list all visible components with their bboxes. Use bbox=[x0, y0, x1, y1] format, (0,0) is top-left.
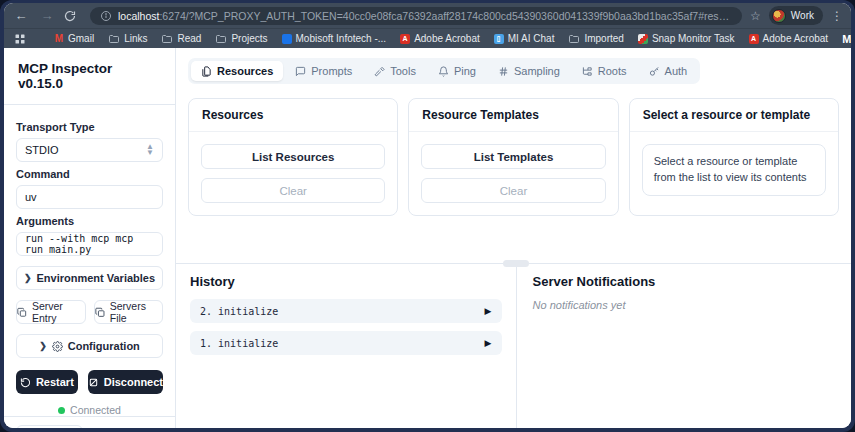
mobisoft-favicon bbox=[282, 34, 292, 44]
url-bar[interactable]: localhost:6274/?MCP_PROXY_AUTH_TOKEN=40c… bbox=[90, 7, 742, 25]
connected-dot-icon bbox=[58, 407, 65, 414]
snap-monitor-icon bbox=[638, 34, 648, 44]
history-item[interactable]: 1. initialize ▶ bbox=[190, 331, 502, 355]
folder-icon bbox=[568, 33, 580, 45]
expand-arrow-icon[interactable]: ▶ bbox=[485, 338, 492, 348]
restart-icon bbox=[20, 377, 31, 388]
back-icon[interactable]: ← bbox=[12, 9, 30, 22]
bookmarks-bar: MGmail Links Read Projects Mobisoft Info… bbox=[4, 28, 851, 48]
mi-ai-chat-icon: ▯ bbox=[494, 34, 504, 44]
bookmark-projects[interactable]: Projects bbox=[215, 33, 267, 45]
expand-arrow-icon[interactable]: ▶ bbox=[485, 306, 492, 316]
bell-icon bbox=[438, 66, 449, 77]
tab-strip: Resources Prompts Tools Ping bbox=[188, 58, 700, 84]
bookmark-acrobat-1[interactable]: AAdobe Acrobat bbox=[400, 33, 480, 44]
history-pane: History 2. initialize ▶ 1. initialize ▶ bbox=[176, 264, 516, 428]
folder-icon bbox=[161, 33, 173, 45]
folder-icon bbox=[215, 33, 227, 45]
profile-name: Work bbox=[791, 10, 814, 21]
main-content: Resources Prompts Tools Ping bbox=[176, 48, 851, 428]
servers-file-button[interactable]: Servers File bbox=[94, 300, 164, 324]
connection-status: Connected bbox=[16, 404, 163, 416]
url-host: localhost bbox=[118, 10, 159, 22]
connection-status-label: Connected bbox=[70, 404, 121, 416]
copy-icon bbox=[17, 307, 27, 318]
environment-variables-button[interactable]: ❯ Environment Variables bbox=[16, 266, 163, 290]
chevrons-up-down-icon: ▲▼ bbox=[146, 144, 154, 155]
pane-divider bbox=[516, 264, 517, 428]
message-square-icon bbox=[295, 66, 306, 77]
list-resources-button[interactable]: List Resources bbox=[201, 144, 385, 169]
server-entry-button[interactable]: Server Entry bbox=[16, 300, 86, 324]
sidebar: MCP Inspector v0.15.0 Transport Type STD… bbox=[4, 48, 176, 428]
avatar bbox=[772, 9, 786, 23]
resource-detail-empty-message: Select a resource or template from the l… bbox=[642, 144, 826, 196]
hammer-icon bbox=[374, 66, 385, 77]
resource-templates-panel: Resource Templates List Templates Clear bbox=[408, 98, 618, 216]
bookmark-links[interactable]: Links bbox=[108, 33, 147, 45]
bookmark-imported[interactable]: Imported bbox=[568, 33, 623, 45]
tab-resources[interactable]: Resources bbox=[191, 61, 283, 81]
resource-detail-panel-title: Select a resource or template bbox=[630, 99, 838, 132]
browser-menu-icon[interactable]: ⋮ bbox=[831, 9, 843, 23]
command-input[interactable]: uv bbox=[16, 185, 163, 209]
reload-icon[interactable] bbox=[64, 10, 82, 22]
bookmark-star-icon[interactable]: ☆ bbox=[750, 9, 761, 23]
transport-type-label: Transport Type bbox=[16, 121, 163, 133]
forward-icon[interactable]: → bbox=[38, 9, 56, 22]
list-templates-button[interactable]: List Templates bbox=[421, 144, 605, 169]
acrobat-icon: A bbox=[749, 34, 759, 44]
pane-resize-handle[interactable] bbox=[503, 260, 529, 267]
url-path: :6274/?MCP_PROXY_AUTH_TOKEN=40cc0e08fca7… bbox=[159, 10, 732, 22]
history-title: History bbox=[190, 274, 502, 289]
server-notifications-pane: Server Notifications No notifications ye… bbox=[517, 264, 851, 428]
chevron-right-icon: ❯ bbox=[24, 273, 32, 283]
tab-auth[interactable]: Auth bbox=[639, 61, 698, 81]
history-item[interactable]: 2. initialize ▶ bbox=[190, 299, 502, 323]
disconnect-button[interactable]: Disconnect bbox=[88, 370, 163, 394]
tab-sampling[interactable]: Sampling bbox=[488, 61, 570, 81]
transport-type-select[interactable]: STDIO ▲▼ bbox=[16, 138, 163, 162]
bookmark-snap-monitor[interactable]: Snap Monitor Task bbox=[638, 33, 735, 44]
resources-panel: Resources List Resources Clear bbox=[188, 98, 398, 216]
server-notifications-title: Server Notifications bbox=[533, 274, 835, 289]
apps-grid-icon[interactable] bbox=[14, 33, 26, 45]
browser-toolbar: ← → localhost:6274/?MCP_PROXY_AUTH_TOKEN… bbox=[4, 3, 851, 28]
files-icon bbox=[201, 66, 212, 77]
disconnect-icon bbox=[88, 377, 99, 388]
tab-prompts[interactable]: Prompts bbox=[285, 61, 362, 81]
command-label: Command bbox=[16, 168, 163, 180]
profile-chip[interactable]: Work bbox=[769, 6, 823, 25]
gmail-icon: M bbox=[54, 34, 64, 44]
folder-icon bbox=[108, 33, 120, 45]
resources-panel-title: Resources bbox=[189, 99, 397, 132]
arguments-input[interactable]: run --with mcp mcp run main.py bbox=[16, 232, 163, 256]
tab-roots[interactable]: Roots bbox=[572, 61, 637, 81]
key-icon bbox=[649, 66, 660, 77]
no-notifications-message: No notifications yet bbox=[533, 299, 835, 311]
restart-button[interactable]: Restart bbox=[16, 370, 78, 394]
arguments-label: Arguments bbox=[16, 215, 163, 227]
gear-icon bbox=[52, 341, 63, 352]
resource-detail-panel: Select a resource or template Select a r… bbox=[629, 98, 839, 216]
site-info-icon[interactable] bbox=[100, 10, 112, 22]
mcp-inspector-app: MCP Inspector v0.15.0 Transport Type STD… bbox=[4, 48, 851, 428]
folder-tree-icon bbox=[582, 66, 593, 77]
browser-window: ← → localhost:6274/?MCP_PROXY_AUTH_TOKEN… bbox=[0, 0, 855, 432]
bookmark-acrobat-2[interactable]: AAdobe Acrobat bbox=[749, 33, 829, 44]
sidebar-footer: System ▲▼ bbox=[4, 416, 175, 428]
bookmark-mobisoft[interactable]: Mobisoft Infotech -... bbox=[282, 33, 387, 44]
acrobat-icon: A bbox=[400, 34, 410, 44]
clear-resources-button[interactable]: Clear bbox=[201, 178, 385, 203]
bookmark-mi-ai-chat[interactable]: ▯MI AI Chat bbox=[494, 33, 555, 44]
tab-ping[interactable]: Ping bbox=[428, 61, 486, 81]
configuration-button[interactable]: ❯ Configuration bbox=[16, 334, 163, 358]
theme-select[interactable]: System ▲▼ bbox=[16, 425, 83, 428]
resource-templates-panel-title: Resource Templates bbox=[409, 99, 617, 132]
hash-icon bbox=[498, 66, 509, 77]
app-title: MCP Inspector v0.15.0 bbox=[18, 61, 161, 91]
clear-templates-button[interactable]: Clear bbox=[421, 178, 605, 203]
tab-tools[interactable]: Tools bbox=[364, 61, 426, 81]
bookmark-gmail[interactable]: MGmail bbox=[54, 33, 94, 44]
bookmark-read[interactable]: Read bbox=[161, 33, 201, 45]
